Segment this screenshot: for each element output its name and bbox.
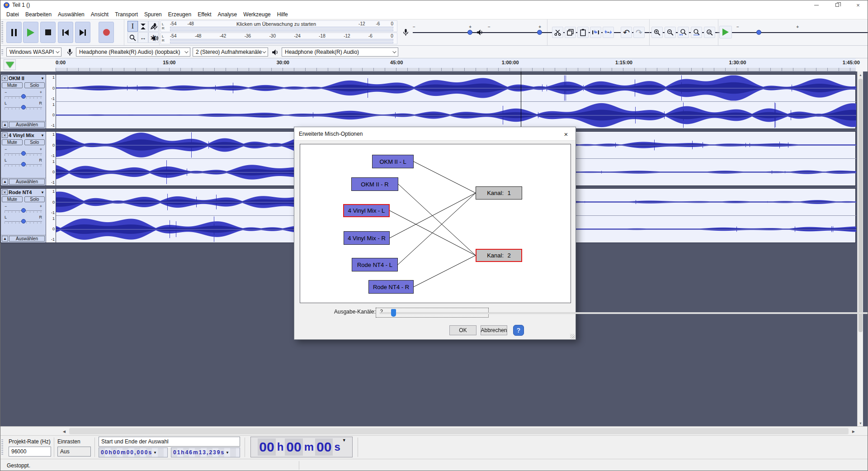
mute-button[interactable]: Mute: [2, 139, 23, 145]
menu-bearbeiten[interactable]: Bearbeiten: [22, 10, 55, 19]
collapse-track-button[interactable]: ▲: [2, 236, 8, 242]
mixer-node-4-vinyl-mix-l[interactable]: 4 Vinyl Mix - L: [343, 204, 390, 217]
mixer-node-4-vinyl-mix-r[interactable]: 4 Vinyl Mix - R: [344, 231, 390, 245]
record-button[interactable]: [99, 22, 114, 43]
timeline-ruler[interactable]: 0:0015:0030:0045:001:00:001:15:001:30:00…: [56, 58, 856, 71]
selection-end-field[interactable]: 01h46m13,239s▼: [171, 447, 240, 457]
position-hours[interactable]: 00: [258, 438, 275, 456]
menu-spuren[interactable]: Spuren: [141, 10, 165, 19]
scroll-left-icon[interactable]: ◄: [61, 428, 68, 435]
pan-slider[interactable]: [5, 219, 42, 224]
track-close-button[interactable]: ×: [2, 190, 8, 195]
dialog-resize-grip[interactable]: [570, 334, 575, 338]
zoom-selection-button[interactable]: [678, 27, 689, 38]
position-seconds[interactable]: 00: [315, 438, 333, 456]
waveform-left-channel[interactable]: [56, 75, 856, 101]
pan-thumb[interactable]: [21, 219, 26, 224]
menu-effekt[interactable]: Effekt: [194, 10, 214, 19]
track-menu-icon[interactable]: ▼: [41, 133, 46, 138]
trim-audio-button[interactable]: [590, 27, 601, 38]
scroll-right-icon[interactable]: ►: [850, 428, 857, 435]
gain-slider[interactable]: [5, 94, 42, 99]
ok-button[interactable]: OK: [449, 325, 476, 335]
zoom-in-button[interactable]: [651, 27, 663, 38]
mute-button[interactable]: Mute: [2, 196, 23, 202]
zoom-toggle-button[interactable]: [704, 27, 715, 38]
play-at-speed-button[interactable]: [719, 26, 732, 38]
solo-button[interactable]: Solo: [24, 139, 45, 145]
zoom-tool-button[interactable]: [127, 32, 138, 43]
scroll-down-icon[interactable]: ▼: [858, 420, 863, 426]
cut-button[interactable]: [552, 27, 563, 38]
snap-dropdown[interactable]: Aus: [57, 447, 91, 457]
select-track-button[interactable]: Auswählen: [9, 122, 45, 128]
recording-device-dropdown[interactable]: Headphone (Realtek(R) Audio) (loopback): [76, 48, 190, 57]
recording-channels-dropdown[interactable]: 2 (Stereo) Aufnahmekanäle: [193, 48, 268, 57]
vertical-scrollbar[interactable]: ▲ ▼: [857, 71, 863, 426]
menu-transport[interactable]: Transport: [112, 10, 141, 19]
play-speed-slider[interactable]: − +: [736, 29, 799, 36]
undo-button[interactable]: ↶: [621, 27, 632, 38]
select-track-button[interactable]: Auswählen: [9, 179, 45, 185]
mixer-node-rode-nt4-l[interactable]: Rode NT4 - L: [352, 258, 398, 271]
selection-start-field[interactable]: 00h00m00,000s▼: [99, 447, 168, 457]
close-button[interactable]: ×: [848, 0, 868, 10]
mixer-node-kanal-1[interactable]: Kanal: 1: [476, 186, 522, 200]
recording-meter[interactable]: LR -54 -48 Klicken um Überwachung zu sta…: [160, 20, 397, 32]
vertical-ruler[interactable]: 10-1 10-1: [46, 75, 56, 128]
dialog-close-button[interactable]: ×: [557, 127, 576, 141]
pan-thumb[interactable]: [21, 105, 26, 109]
collapse-track-button[interactable]: ▲: [2, 122, 8, 128]
envelope-tool-button[interactable]: [138, 21, 148, 32]
recording-volume-slider[interactable]: − +: [413, 29, 472, 36]
cancel-button[interactable]: Abbrechen: [481, 325, 507, 335]
solo-button[interactable]: Solo: [24, 196, 45, 202]
minimize-button[interactable]: [806, 0, 827, 10]
pan-thumb[interactable]: [21, 162, 26, 167]
playback-volume-thumb[interactable]: [537, 30, 542, 35]
mixer-node-okm-ii-l[interactable]: OKM II - L: [372, 155, 414, 168]
output-channels-slider[interactable]: [376, 308, 489, 318]
transport-toolbar-grip[interactable]: [1, 21, 3, 43]
horizontal-scrollbar[interactable]: ◄ ►: [0, 426, 868, 435]
vertical-scrollbar-thumb[interactable]: [859, 79, 863, 332]
device-toolbar-grip[interactable]: [1, 49, 3, 55]
silence-audio-button[interactable]: [603, 27, 614, 38]
stop-button[interactable]: [40, 22, 56, 43]
track-close-button[interactable]: ×: [2, 76, 8, 81]
menu-hilfe[interactable]: Hilfe: [274, 10, 291, 19]
pause-button[interactable]: [6, 22, 22, 43]
selection-mode-dropdown[interactable]: Start und Ende der Auswahl: [99, 437, 240, 447]
zoom-out-button[interactable]: [665, 27, 676, 38]
selection-tool-button[interactable]: I: [127, 21, 138, 32]
mute-button[interactable]: Mute: [2, 82, 23, 88]
upload-marker-button[interactable]: [4, 59, 16, 70]
play-button[interactable]: [23, 22, 38, 43]
audio-host-dropdown[interactable]: Windows WASAPI: [6, 48, 61, 57]
playback-meter[interactable]: LR -54-48-42-36-30-24-18-12-60: [160, 33, 397, 44]
playback-volume-slider[interactable]: − +: [488, 29, 541, 36]
zoom-fit-button[interactable]: [691, 27, 702, 38]
skip-to-end-button[interactable]: [75, 22, 90, 43]
gain-slider[interactable]: [5, 151, 42, 156]
track-name[interactable]: OKM II: [9, 76, 41, 81]
help-button[interactable]: ?: [513, 325, 524, 336]
mixer-node-kanal-2[interactable]: Kanal: 2: [476, 249, 522, 262]
position-minutes[interactable]: 00: [285, 438, 302, 456]
playback-meter-speaker-button[interactable]: [150, 33, 160, 43]
select-track-button[interactable]: Auswählen: [9, 236, 45, 242]
horizontal-scrollbar-thumb[interactable]: [69, 428, 849, 434]
track-name[interactable]: 4 Vinyl Mix: [9, 133, 41, 138]
selection-toolbar-grip[interactable]: [1, 439, 3, 455]
vertical-ruler[interactable]: 10-1 10-1: [46, 189, 56, 243]
gain-thumb[interactable]: [21, 94, 26, 99]
timeshift-tool-button[interactable]: ↔: [138, 32, 148, 43]
playback-device-dropdown[interactable]: Headphone (Realtek(R) Audio): [282, 48, 398, 57]
collapse-track-button[interactable]: ▲: [2, 179, 8, 185]
track-name[interactable]: Rode NT4: [9, 190, 41, 195]
menu-erzeugen[interactable]: Erzeugen: [165, 10, 194, 19]
redo-button[interactable]: ↷: [633, 27, 645, 38]
menu-ansicht[interactable]: Ansicht: [88, 10, 112, 19]
pan-slider[interactable]: [5, 162, 42, 167]
menu-auswaehlen[interactable]: Auswählen: [55, 10, 88, 19]
